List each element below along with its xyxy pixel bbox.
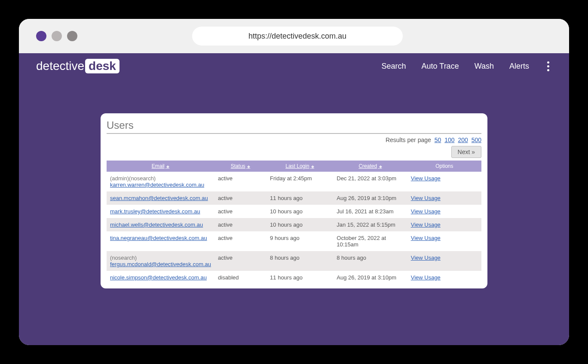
cell-options: View Usage	[407, 218, 481, 231]
user-email-link[interactable]: fergus.mcdonald@detectivedesk.com.au	[110, 261, 211, 267]
view-usage-link[interactable]: View Usage	[411, 274, 441, 281]
user-email-link[interactable]: karren.warren@detectivedesk.com.au	[110, 182, 204, 188]
cell-options: View Usage	[407, 191, 481, 205]
traffic-lights	[36, 31, 77, 41]
cell-created: 8 hours ago	[333, 251, 407, 271]
col-last-login-sort[interactable]: Last Login ◆	[285, 163, 314, 169]
user-email-link[interactable]: tina.negraneau@detectivedesk.com.au	[110, 235, 207, 241]
url-bar[interactable]: https://detectivedesk.com.au	[192, 27, 403, 46]
cell-email: tina.negraneau@detectivedesk.com.au	[107, 231, 214, 251]
browser-chrome: https://detectivedesk.com.au	[19, 19, 569, 53]
cell-email: (nosearch)fergus.mcdonald@detectivedesk.…	[107, 251, 214, 271]
page-size-500[interactable]: 500	[472, 136, 481, 143]
cell-last-login: 11 hours ago	[266, 271, 333, 284]
nav-alerts[interactable]: Alerts	[509, 62, 529, 71]
cell-created: Dec 21, 2022 at 3:03pm	[333, 172, 407, 191]
page-size-50[interactable]: 50	[435, 136, 441, 143]
cell-last-login: 10 hours ago	[266, 205, 333, 218]
cell-created: Jul 16, 2021 at 8:23am	[333, 205, 407, 218]
cell-created: Aug 26, 2019 at 3:10pm	[333, 271, 407, 284]
view-usage-link[interactable]: View Usage	[411, 255, 441, 261]
users-panel: Users Results per page 50 100 200 500 Ne…	[101, 113, 487, 288]
cell-options: View Usage	[407, 251, 481, 271]
view-usage-link[interactable]: View Usage	[411, 195, 441, 201]
view-usage-link[interactable]: View Usage	[411, 221, 441, 228]
table-row: mark.trusley@detectivedesk.com.auactive1…	[107, 205, 481, 218]
sort-icon: ◆	[310, 164, 315, 169]
logo-prefix: detective	[36, 59, 84, 73]
cell-status: active	[214, 172, 266, 191]
cell-email: (admin)(nosearch)karren.warren@detective…	[107, 172, 214, 191]
cell-status: active	[214, 191, 266, 205]
panel-title: Users	[107, 119, 481, 134]
users-table: Email ◆ Status ◆ Last Login ◆ Created ◆ …	[107, 161, 481, 284]
user-email-link[interactable]: nicole.simpson@detectivedesk.com.au	[110, 274, 207, 281]
cell-created: Aug 26, 2019 at 3:10pm	[333, 191, 407, 205]
browser-frame: https://detectivedesk.com.au detective d…	[19, 19, 569, 345]
nav-wash[interactable]: Wash	[475, 62, 494, 71]
cell-options: View Usage	[407, 271, 481, 284]
table-row: tina.negraneau@detectivedesk.com.auactiv…	[107, 231, 481, 251]
view-usage-link[interactable]: View Usage	[411, 235, 441, 241]
user-prefix: (nosearch)	[110, 255, 211, 261]
cell-options: View Usage	[407, 231, 481, 251]
nav-search[interactable]: Search	[382, 62, 406, 71]
nav-auto-trace[interactable]: Auto Trace	[422, 62, 459, 71]
logo-badge: desk	[85, 59, 119, 73]
app-viewport: detective desk Search Auto Trace Wash Al…	[19, 53, 569, 345]
traffic-light-minimize[interactable]	[52, 31, 62, 41]
cell-status: active	[214, 251, 266, 271]
nav: Search Auto Trace Wash Alerts	[382, 59, 552, 74]
cell-last-login: 10 hours ago	[266, 218, 333, 231]
cell-options: View Usage	[407, 172, 481, 191]
cell-status: active	[214, 231, 266, 251]
results-per-page: Results per page 50 100 200 500	[107, 136, 481, 143]
user-email-link[interactable]: michael.wells@detectivedesk.com.au	[110, 221, 203, 228]
cell-email: sean.mcmahon@detectivedesk.com.au	[107, 191, 214, 205]
col-options: Options	[407, 161, 481, 172]
table-row: nicole.simpson@detectivedesk.com.audisab…	[107, 271, 481, 284]
user-email-link[interactable]: mark.trusley@detectivedesk.com.au	[110, 208, 200, 215]
sort-icon: ◆	[165, 164, 170, 169]
col-email-sort[interactable]: Email ◆	[152, 163, 170, 169]
view-usage-link[interactable]: View Usage	[411, 208, 441, 215]
traffic-light-close[interactable]	[36, 31, 46, 41]
cell-status: active	[214, 218, 266, 231]
cell-status: active	[214, 205, 266, 218]
col-created-sort[interactable]: Created ◆	[358, 163, 382, 169]
traffic-light-maximize[interactable]	[67, 31, 77, 41]
table-header-row: Email ◆ Status ◆ Last Login ◆ Created ◆ …	[107, 161, 481, 172]
table-row: (nosearch)fergus.mcdonald@detectivedesk.…	[107, 251, 481, 271]
sort-icon: ◆	[378, 164, 382, 169]
logo[interactable]: detective desk	[36, 59, 119, 73]
cell-created: October 25, 2022 at 10:15am	[333, 231, 407, 251]
app-header: detective desk Search Auto Trace Wash Al…	[19, 53, 569, 79]
cell-email: michael.wells@detectivedesk.com.au	[107, 218, 214, 231]
cell-last-login: 8 hours ago	[266, 251, 333, 271]
table-row: (admin)(nosearch)karren.warren@detective…	[107, 172, 481, 191]
cell-email: mark.trusley@detectivedesk.com.au	[107, 205, 214, 218]
results-label: Results per page	[386, 136, 431, 143]
sort-icon: ◆	[246, 164, 251, 169]
cell-last-login: 9 hours ago	[266, 231, 333, 251]
table-row: michael.wells@detectivedesk.com.auactive…	[107, 218, 481, 231]
cell-status: disabled	[214, 271, 266, 284]
user-email-link[interactable]: sean.mcmahon@detectivedesk.com.au	[110, 195, 208, 201]
table-row: sean.mcmahon@detectivedesk.com.auactive1…	[107, 191, 481, 205]
cell-last-login: Friday at 2:45pm	[266, 172, 333, 191]
page-size-200[interactable]: 200	[458, 136, 468, 143]
next-button[interactable]: Next »	[451, 146, 481, 158]
cell-created: Jan 15, 2022 at 5:15pm	[333, 218, 407, 231]
cell-last-login: 11 hours ago	[266, 191, 333, 205]
user-prefix: (admin)(nosearch)	[110, 175, 211, 182]
cell-email: nicole.simpson@detectivedesk.com.au	[107, 271, 214, 284]
page-size-100[interactable]: 100	[444, 136, 454, 143]
view-usage-link[interactable]: View Usage	[411, 175, 441, 182]
more-menu-icon[interactable]	[545, 59, 552, 74]
col-status-sort[interactable]: Status ◆	[231, 163, 251, 169]
cell-options: View Usage	[407, 205, 481, 218]
